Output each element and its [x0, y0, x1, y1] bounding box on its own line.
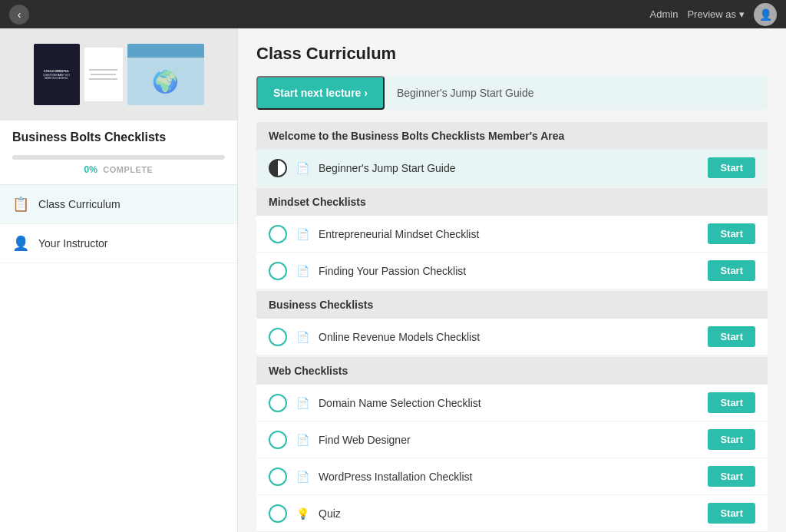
lecture-row: 📄 Find Web Designer Start [256, 421, 768, 458]
lecture-row: 📄 Finding Your Passion Checklist Start [256, 253, 768, 289]
lecture-title: Beginner's Jump Start Guide [319, 162, 698, 174]
thumbnail-inner: COULD MINDFUL QUESTIONS MAKE YOU MORE SU… [28, 38, 210, 111]
course-title: Business Bolts Checklists [12, 130, 225, 146]
progress-track [12, 155, 225, 160]
doc-icon: 📄 [296, 331, 309, 343]
section-header-welcome: Welcome to the Business Bolts Checklists… [256, 122, 768, 150]
circle-icon [269, 225, 287, 243]
start-button[interactable]: Start [708, 466, 755, 487]
back-icon: ‹ [18, 8, 21, 21]
lecture-row: 📄 Online Revenue Models Checklist Start [256, 319, 768, 355]
progress-complete-label: COMPLETE [103, 165, 153, 174]
doc-icon: 📄 [296, 162, 309, 174]
doc-icon: 📄 [296, 397, 309, 409]
section-header-web: Web Checklists [256, 357, 768, 385]
quiz-icon: 💡 [296, 507, 309, 520]
preview-as-dropdown[interactable]: Preview as ▾ [687, 8, 745, 20]
circle-icon [269, 328, 287, 346]
nav-right: Admin Preview as ▾ 👤 [650, 3, 777, 26]
progress-percent: 0% [84, 164, 97, 175]
thumb-book-white [84, 48, 123, 101]
preview-as-label: Preview as [687, 8, 736, 20]
start-button[interactable]: Start [708, 392, 755, 413]
back-button[interactable]: ‹ [9, 5, 29, 25]
progress-label: 0% COMPLETE [12, 164, 225, 175]
half-circle-icon [269, 159, 287, 177]
section-mindset: Mindset Checklists 📄 Entrepreneurial Min… [256, 188, 768, 289]
lecture-title: Quiz [319, 507, 698, 520]
lecture-title: Finding Your Passion Checklist [319, 265, 698, 277]
page-title: Class Curriculum [256, 44, 768, 64]
lecture-title: Find Web Designer [319, 434, 698, 446]
lecture-row: 📄 Entrepreneurial Mindset Checklist Star… [256, 216, 768, 253]
lecture-title: WordPress Installation Checklist [319, 471, 698, 483]
circle-icon [269, 504, 287, 523]
thumb-book-dark: COULD MINDFUL QUESTIONS MAKE YOU MORE SU… [34, 44, 80, 105]
thumb-doc-body: 🌍 [127, 58, 204, 105]
start-button[interactable]: Start [708, 503, 755, 524]
course-title-section: Business Bolts Checklists [0, 121, 237, 152]
sidebar-label-instructor: Your Instructor [38, 237, 108, 249]
lecture-row: 📄 Beginner's Jump Start Guide Start [256, 150, 768, 187]
circle-icon [269, 394, 287, 412]
admin-label: Admin [650, 8, 679, 20]
instructor-icon: 👤 [12, 235, 29, 252]
lecture-row: 💡 Quiz Start [256, 495, 768, 532]
lecture-title: Online Revenue Models Checklist [319, 331, 698, 343]
start-button[interactable]: Start [708, 223, 755, 244]
nav-left: ‹ [9, 5, 29, 25]
start-lecture-bar: Start next lecture › Beginner's Jump Sta… [256, 76, 768, 110]
start-button[interactable]: Start [708, 157, 755, 178]
progress-section: 0% COMPLETE [0, 152, 237, 184]
chevron-down-icon: ▾ [739, 8, 745, 20]
section-business: Business Checklists 📄 Online Revenue Mod… [256, 291, 768, 355]
section-header-business: Business Checklists [256, 291, 768, 319]
section-welcome: Welcome to the Business Bolts Checklists… [256, 122, 768, 187]
avatar-icon: 👤 [759, 8, 772, 21]
start-next-lecture-button[interactable]: Start next lecture › [256, 76, 385, 110]
circle-icon [269, 262, 287, 280]
sidebar: COULD MINDFUL QUESTIONS MAKE YOU MORE SU… [0, 28, 238, 532]
doc-icon: 📄 [296, 434, 309, 446]
thumb-doc: 🌍 [127, 44, 204, 105]
lecture-row: 📄 WordPress Installation Checklist Start [256, 458, 768, 495]
sidebar-item-class-curriculum[interactable]: 📋 Class Curriculum [0, 185, 237, 224]
lecture-title: Domain Name Selection Checklist [319, 397, 698, 409]
main-content: Class Curriculum Start next lecture › Be… [238, 28, 786, 532]
start-button[interactable]: Start [708, 326, 755, 347]
next-lecture-title: Beginner's Jump Start Guide [385, 78, 547, 108]
doc-icon: 📄 [296, 228, 309, 240]
circle-icon [269, 468, 287, 486]
start-button[interactable]: Start [708, 429, 755, 450]
sidebar-item-your-instructor[interactable]: 👤 Your Instructor [0, 224, 237, 263]
main-layout: COULD MINDFUL QUESTIONS MAKE YOU MORE SU… [0, 28, 786, 532]
sidebar-label-curriculum: Class Curriculum [38, 198, 121, 210]
section-header-mindset: Mindset Checklists [256, 188, 768, 216]
thumb-doc-header [127, 44, 204, 58]
doc-icon: 📄 [296, 471, 309, 483]
lecture-row: 📄 Domain Name Selection Checklist Start [256, 385, 768, 421]
doc-icon: 📄 [296, 265, 309, 277]
lecture-title: Entrepreneurial Mindset Checklist [319, 228, 698, 240]
section-web: Web Checklists 📄 Domain Name Selection C… [256, 357, 768, 532]
start-button[interactable]: Start [708, 260, 755, 281]
user-avatar[interactable]: 👤 [754, 3, 777, 26]
course-thumbnail: COULD MINDFUL QUESTIONS MAKE YOU MORE SU… [0, 28, 237, 121]
top-navigation: ‹ Admin Preview as ▾ 👤 [0, 0, 786, 28]
curriculum-icon: 📋 [12, 196, 29, 213]
world-map-icon: 🌍 [152, 69, 179, 94]
circle-icon [269, 431, 287, 449]
